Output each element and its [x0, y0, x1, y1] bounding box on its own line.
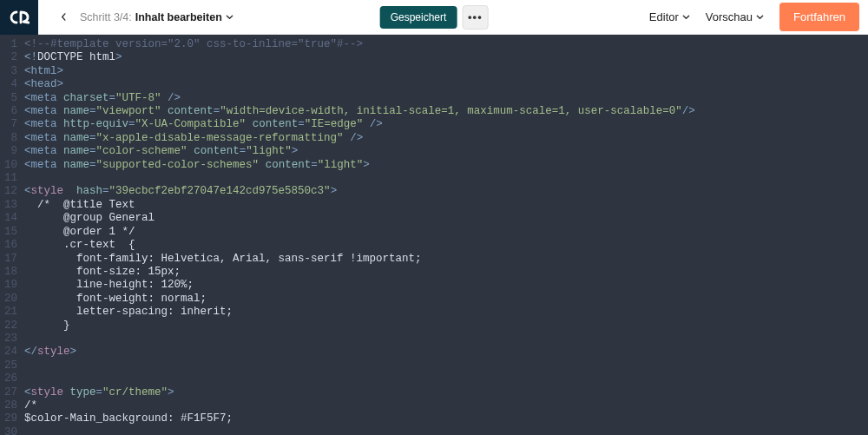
code-content: <meta name="x-apple-disable-message-refo… — [24, 132, 868, 145]
line-number: 8 — [0, 132, 24, 145]
line-number: 3 — [0, 65, 24, 78]
code-content — [24, 333, 868, 346]
code-line[interactable]: 27<style type="cr/theme"> — [0, 386, 868, 399]
saved-badge: Gespeichert — [380, 6, 457, 29]
code-line[interactable]: 6<meta name="viewport" content="width=de… — [0, 105, 868, 118]
code-content — [24, 172, 868, 185]
code-content: letter-spacing: inherit; — [24, 306, 868, 319]
line-number: 21 — [0, 306, 24, 319]
code-line[interactable]: 22 } — [0, 320, 868, 333]
line-number: 1 — [0, 38, 24, 51]
code-line[interactable]: 13 /* @title Text — [0, 199, 868, 212]
line-number: 26 — [0, 372, 24, 386]
code-content: @group General — [24, 212, 868, 225]
code-content: <html> — [24, 65, 868, 78]
code-line[interactable]: 15 @order 1 */ — [0, 226, 868, 239]
code-content: </style> — [24, 346, 868, 359]
code-content: <!--#template version="2.0" css-to-inlin… — [24, 38, 868, 51]
chevron-down-icon — [756, 13, 764, 21]
code-line[interactable]: 16 .cr-text { — [0, 239, 868, 252]
line-number: 7 — [0, 118, 24, 131]
code-content: font-family: Helvetica, Arial, sans-seri… — [24, 253, 868, 266]
step-prefix: Schritt 3/4: — [80, 11, 132, 23]
line-number: 25 — [0, 359, 24, 372]
code-content — [24, 372, 868, 386]
line-number: 18 — [0, 266, 24, 279]
code-line[interactable]: 26 — [0, 372, 868, 386]
preview-dropdown[interactable]: Vorschau — [706, 10, 764, 23]
line-number: 14 — [0, 212, 24, 225]
code-line[interactable]: 23 — [0, 333, 868, 346]
code-line[interactable]: 29$color-Main_background: #F1F5F7; — [0, 412, 868, 425]
line-number: 22 — [0, 320, 24, 333]
breadcrumb[interactable]: Schritt 3/4: Inhalt bearbeiten — [80, 11, 233, 23]
editor-dropdown[interactable]: Editor — [649, 10, 690, 23]
code-content: font-weight: normal; — [24, 293, 868, 306]
logo-icon — [9, 10, 30, 24]
line-number: 20 — [0, 293, 24, 306]
code-line[interactable]: 30 — [0, 426, 868, 435]
line-number: 16 — [0, 239, 24, 252]
code-line[interactable]: 17 font-family: Helvetica, Arial, sans-s… — [0, 253, 868, 266]
code-content: <style type="cr/theme"> — [24, 386, 868, 399]
code-line[interactable]: 25 — [0, 359, 868, 372]
topbar: Schritt 3/4: Inhalt bearbeiten Gespeiche… — [0, 0, 868, 35]
code-line[interactable]: 20 font-weight: normal; — [0, 293, 868, 306]
line-number: 12 — [0, 185, 24, 198]
center-actions: Gespeichert ••• — [380, 5, 489, 30]
code-line[interactable]: 12<style hash="39ecbcf2ebf27047e142cd975… — [0, 185, 868, 198]
code-content: <meta name="supported-color-schemes" con… — [24, 159, 868, 172]
code-content: .cr-text { — [24, 239, 868, 252]
code-content: <meta http-equiv="X-UA-Compatible" conte… — [24, 118, 868, 131]
line-number: 4 — [0, 78, 24, 91]
right-actions: Editor Vorschau Fortfahren — [649, 3, 868, 31]
code-line[interactable]: 5<meta charset="UTF-8" /> — [0, 92, 868, 105]
code-content — [24, 359, 868, 372]
code-content: <!DOCTYPE html> — [24, 51, 868, 64]
code-line[interactable]: 24</style> — [0, 346, 868, 359]
chevron-left-icon — [60, 13, 68, 21]
preview-label: Vorschau — [706, 10, 753, 23]
code-line[interactable]: 21 letter-spacing: inherit; — [0, 306, 868, 319]
code-line[interactable]: 1<!--#template version="2.0" css-to-inli… — [0, 38, 868, 51]
code-content: line-height: 120%; — [24, 279, 868, 292]
step-title: Inhalt bearbeiten — [135, 11, 222, 23]
code-content: <meta charset="UTF-8" /> — [24, 92, 868, 105]
code-content: $color-Main_background: #F1F5F7; — [24, 412, 868, 425]
continue-button[interactable]: Fortfahren — [779, 3, 859, 31]
code-content: <style hash="39ecbcf2ebf27047e142cd975e5… — [24, 185, 868, 198]
code-line[interactable]: 11 — [0, 172, 868, 185]
line-number: 15 — [0, 226, 24, 239]
code-line[interactable]: 28/* — [0, 399, 868, 412]
code-line[interactable]: 19 line-height: 120%; — [0, 279, 868, 292]
code-line[interactable]: 14 @group General — [0, 212, 868, 225]
code-content — [24, 426, 868, 435]
chevron-down-icon — [226, 13, 233, 21]
line-number: 9 — [0, 145, 24, 158]
line-number: 19 — [0, 279, 24, 292]
app-logo[interactable] — [0, 0, 38, 35]
code-content: /* — [24, 399, 868, 412]
code-content: <meta name="color-scheme" content="light… — [24, 145, 868, 158]
code-content: } — [24, 320, 868, 333]
more-button[interactable]: ••• — [462, 5, 488, 30]
code-content: <meta name="viewport" content="width=dev… — [24, 105, 868, 118]
code-line[interactable]: 3<html> — [0, 65, 868, 78]
code-line[interactable]: 8<meta name="x-apple-disable-message-ref… — [0, 132, 868, 145]
line-number: 5 — [0, 92, 24, 105]
code-content: font-size: 15px; — [24, 266, 868, 279]
back-button[interactable] — [50, 4, 76, 30]
code-content: <head> — [24, 78, 868, 91]
code-line[interactable]: 4<head> — [0, 78, 868, 91]
code-line[interactable]: 2<!DOCTYPE html> — [0, 51, 868, 64]
code-line[interactable]: 18 font-size: 15px; — [0, 266, 868, 279]
code-content: @order 1 */ — [24, 226, 868, 239]
code-line[interactable]: 7<meta http-equiv="X-UA-Compatible" cont… — [0, 118, 868, 131]
code-line[interactable]: 10<meta name="supported-color-schemes" c… — [0, 159, 868, 172]
line-number: 13 — [0, 199, 24, 212]
line-number: 6 — [0, 105, 24, 118]
line-number: 2 — [0, 51, 24, 64]
code-editor[interactable]: 1<!--#template version="2.0" css-to-inli… — [0, 35, 868, 435]
line-number: 10 — [0, 159, 24, 172]
code-line[interactable]: 9<meta name="color-scheme" content="ligh… — [0, 145, 868, 158]
